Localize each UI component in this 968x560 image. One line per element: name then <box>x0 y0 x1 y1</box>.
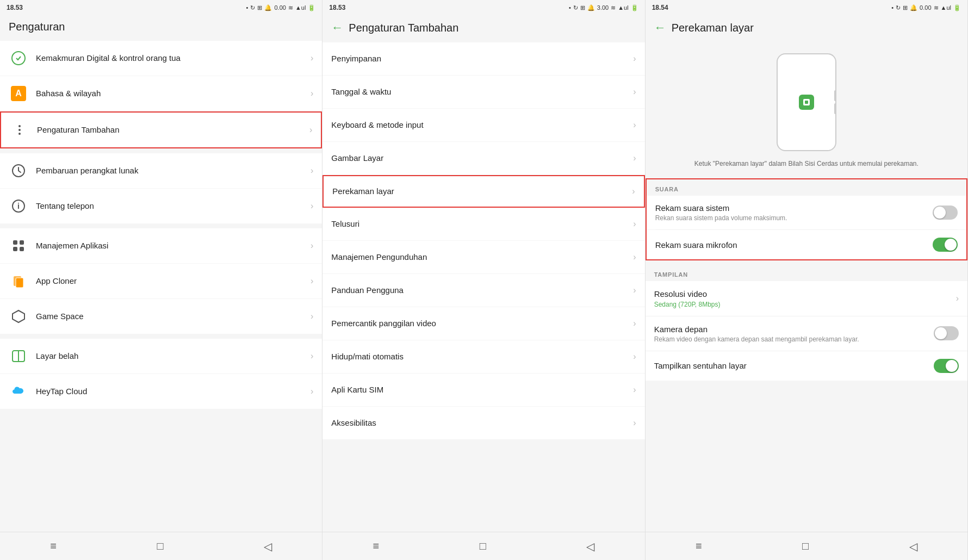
screenrec-text: Perekaman layar <box>332 186 628 197</box>
search-label: Telusuri <box>331 219 629 229</box>
apps-icon <box>9 236 28 256</box>
sentuh-label: Tampilkan sentuhan layar <box>654 360 934 371</box>
settings-item-lang[interactable]: A Bahasa & wilayah › <box>0 76 322 111</box>
sentuh-item[interactable]: Tampilkan sentuhan layar <box>646 351 967 381</box>
settings-item-about[interactable]: i Tentang telepon › <box>0 189 322 223</box>
lang-label: Bahasa & wilayah <box>36 88 306 99</box>
digital-text: Kemakmuran Digital & kontrol orang tua <box>36 53 306 64</box>
settings-item-heytap[interactable]: HeyTap Cloud › <box>0 374 322 409</box>
data-icon: 0.00 <box>274 4 286 11</box>
svg-point-0 <box>12 52 25 65</box>
bottom-nav-2: ≡ □ ◁ <box>322 532 644 560</box>
suara-section: SUARA Rekam suara sistem Rekan suara sis… <box>646 178 967 260</box>
extra-label: Pengaturan Tambahan <box>37 125 305 135</box>
settings-item-digital[interactable]: Kemakmuran Digital & kontrol orang tua › <box>0 41 322 76</box>
keyboard-label: Keyboard & metode input <box>331 120 629 130</box>
settings-item-access[interactable]: Aksesibilitas › <box>322 407 644 439</box>
split-label: Layar belah <box>36 351 306 362</box>
wifi-icon-2: ≋ <box>611 4 616 11</box>
sim-text: Apli Kartu SIM <box>331 384 629 395</box>
settings-item-appcloner[interactable]: App Cloner › <box>0 264 322 298</box>
nav-home-3[interactable]: □ <box>802 540 809 552</box>
screenshot-label: Gambar Layar <box>331 153 629 164</box>
svg-point-1 <box>18 125 21 127</box>
svg-rect-10 <box>20 247 24 251</box>
about-label: Tentang telepon <box>36 201 306 211</box>
toggle-kamera[interactable] <box>934 326 959 340</box>
datetime-label: Tanggal & waktu <box>331 86 629 97</box>
screenrec-label: Perekaman layar <box>332 186 628 197</box>
back-arrow-2[interactable]: ← <box>331 21 343 35</box>
settings-item-userguide[interactable]: Panduan Pengguna › <box>322 274 644 307</box>
settings-item-dlmgmt[interactable]: Manajemen Pengunduhan › <box>322 241 644 273</box>
settings-item-apps[interactable]: Manajemen Aplikasi › <box>0 228 322 263</box>
settings-item-screenshot[interactable]: Gambar Layar › <box>322 142 644 175</box>
settings-item-update[interactable]: Pembaruan perangkat lunak › <box>0 153 322 188</box>
status-icons-1: • ↻ ⊞ 🔔 0.00 ≋ ▲ul 🔋 <box>246 4 316 11</box>
divider-1 <box>0 149 322 153</box>
nav-home-2[interactable]: □ <box>480 540 486 552</box>
settings-item-keyboard[interactable]: Keyboard & metode input › <box>322 109 644 141</box>
chevron-apps: › <box>311 241 313 251</box>
battery-icon-3: 🔋 <box>953 4 961 11</box>
nav-home-1[interactable]: □ <box>157 540 163 552</box>
storage-text: Penyimpanan <box>331 53 629 64</box>
sentuh-text: Tampilkan sentuhan layar <box>654 360 934 371</box>
dot-icon-3: • <box>891 4 893 11</box>
rekam-sistem-item[interactable]: Rekam suara sistem Rekan suara sistem pa… <box>647 196 966 229</box>
alarm-icon-3: 🔔 <box>910 4 917 11</box>
videocall-label: Pemercantik panggilan video <box>331 318 629 329</box>
signal-icon: ▲ul <box>295 4 306 11</box>
settings-item-sim[interactable]: Apli Kartu SIM › <box>322 374 644 406</box>
rekam-mikrofon-item[interactable]: Rekam suara mikrofon <box>647 230 966 259</box>
time-2: 18.53 <box>329 4 345 11</box>
settings-item-extra[interactable]: Pengaturan Tambahan › <box>0 111 322 148</box>
storage-label: Penyimpanan <box>331 53 629 64</box>
update-label: Pembaruan perangkat lunak <box>36 165 306 176</box>
gamespace-text: Game Space <box>36 311 306 322</box>
settings-item-search[interactable]: Telusuri › <box>322 208 644 240</box>
nav-menu-1[interactable]: ≡ <box>50 540 57 552</box>
settings-item-videocall[interactable]: Pemercantik panggilan video › <box>322 307 644 340</box>
svg-rect-16 <box>805 101 808 104</box>
refresh-icon-2: ↻ <box>573 4 578 11</box>
toggle-mikrofon[interactable] <box>933 238 958 252</box>
settings-item-screenrec[interactable]: Perekaman layar › <box>322 175 644 208</box>
divider-3 <box>0 334 322 339</box>
nav-menu-3[interactable]: ≡ <box>696 540 702 552</box>
data-icon-2: 3.00 <box>597 4 609 11</box>
suara-header: SUARA <box>647 179 966 196</box>
settings-item-gamespace[interactable]: Game Space › <box>0 299 322 334</box>
appcloner-label: App Cloner <box>36 276 306 287</box>
settings-item-storage[interactable]: Penyimpanan › <box>322 42 644 75</box>
chevron-autooff: › <box>633 352 636 362</box>
search-text: Telusuri <box>331 219 629 229</box>
nav-back-3[interactable]: ◁ <box>909 540 917 553</box>
nav-menu-2[interactable]: ≡ <box>373 540 380 552</box>
settings-item-split[interactable]: Layar belah › <box>0 339 322 374</box>
back-arrow-3[interactable]: ← <box>654 21 666 35</box>
bottom-nav-3: ≡ □ ◁ <box>646 532 967 560</box>
toggle-sentuh[interactable] <box>934 359 959 373</box>
kamera-depan-item[interactable]: Kamera depan Rekam video dengan kamera d… <box>646 316 967 352</box>
nav-back-1[interactable]: ◁ <box>264 540 272 553</box>
rekam-sistem-text: Rekam suara sistem Rekan suara sistem pa… <box>655 203 933 222</box>
userguide-text: Panduan Pengguna <box>331 285 629 296</box>
chevron-search: › <box>633 219 636 229</box>
svg-rect-7 <box>13 240 17 245</box>
bottom-nav-1: ≡ □ ◁ <box>0 532 322 560</box>
dlmgmt-label: Manajemen Pengunduhan <box>331 252 629 263</box>
tampilan-section: TAMPILAN Resolusi video Sedang (720P, 8M… <box>646 265 967 381</box>
toggle-sistem[interactable] <box>933 206 958 220</box>
resolusi-item[interactable]: Resolusi video Sedang (720P, 8Mbps) › <box>646 281 967 316</box>
settings-item-datetime[interactable]: Tanggal & waktu › <box>322 76 644 108</box>
alarm-icon-2: 🔔 <box>587 4 595 11</box>
settings-item-autooff[interactable]: Hidup/mati otomatis › <box>322 340 644 373</box>
access-text: Aksesibilitas <box>331 418 629 428</box>
phone-caption: Ketuk "Perekaman layar" dalam Bilah Sisi… <box>646 155 967 176</box>
extra-icon <box>10 120 29 140</box>
nav-back-2[interactable]: ◁ <box>586 540 594 553</box>
resolusi-sub: Sedang (720P, 8Mbps) <box>654 301 952 308</box>
update-text: Pembaruan perangkat lunak <box>36 165 306 176</box>
panel2-header: ← Pengaturan Tambahan <box>322 15 644 42</box>
